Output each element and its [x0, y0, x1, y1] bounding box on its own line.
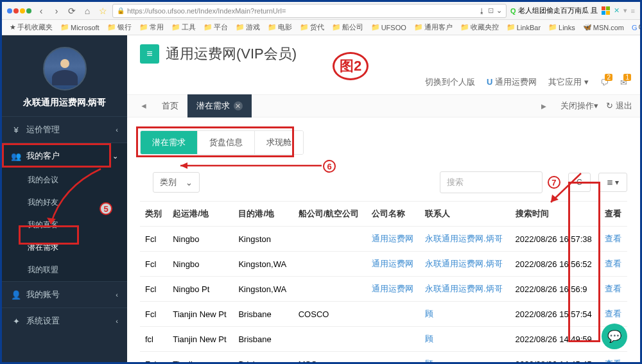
close-tab-icon[interactable]: ✕ [234, 101, 243, 110]
view-link[interactable]: 查看 [605, 309, 621, 318]
forward-button[interactable]: › [51, 5, 62, 17]
bookmark-item[interactable]: ★ 手机收藏夹 [7, 21, 55, 33]
menu-icon[interactable]: ≡ [631, 7, 635, 15]
inner-tab-cargo[interactable]: 货盘信息 [197, 131, 254, 154]
category-select[interactable]: 类别 ⌄ [153, 172, 200, 193]
contact-link[interactable]: 永联通用运费网.炳哥 [425, 284, 503, 293]
notification-1[interactable]: 🗩2 [600, 78, 609, 87]
switch-personal-link[interactable]: 切换到个人版 [425, 76, 475, 88]
company-link[interactable]: 通用运费网 [372, 234, 413, 243]
bookmark-item[interactable]: 📁 电影 [265, 21, 295, 33]
th-time[interactable]: 搜索时间 [510, 202, 600, 227]
view-link[interactable]: 查看 [605, 259, 621, 268]
other-apps-link[interactable]: 其它应用 ▾ [548, 76, 589, 88]
browser-search[interactable]: Q 老人组团偷走百万南瓜 且 [510, 6, 598, 15]
dropdown-icon[interactable]: ⌄ [496, 6, 502, 15]
th-company[interactable]: 公司名称 [367, 202, 420, 227]
cell-contact: 顾 [420, 352, 510, 363]
bookmark-item[interactable]: 📁 通用客户 [412, 21, 455, 33]
content-panel: 潜在需求 货盘信息 求现舱 6 类别 ⌄ 搜索 7 C ≣ [127, 117, 640, 362]
home-button[interactable]: ⌂ [82, 5, 93, 17]
refresh-button[interactable]: C [568, 173, 591, 192]
th-dest[interactable]: 目的港/地 [233, 202, 293, 227]
sidebar-item-account[interactable]: 👤 我的账号 ‹ [2, 282, 127, 308]
cell-origin: Ningbo Pt [168, 277, 233, 302]
bookmark-item[interactable]: 📁 Microsoft [58, 22, 102, 33]
contact-link[interactable]: 永联通用运费网.炳哥 [425, 234, 503, 243]
bookmark-item[interactable]: 🦋 MSN.com [580, 22, 627, 33]
sidebar-item-pricing[interactable]: ¥ 运价管理 ‹ [2, 117, 127, 143]
table-row: FclNingbo PtKingston,WA通用运费网永联通用运费网.炳哥20… [140, 277, 627, 302]
th-view[interactable]: 查看 [600, 202, 627, 227]
reload-button[interactable]: ⟳ [66, 5, 78, 17]
list-view-button[interactable]: ≣ ▾ [598, 173, 627, 192]
submenu-potential[interactable]: 潜在需求 [2, 236, 127, 259]
th-category[interactable]: 类别 [140, 202, 168, 227]
tabs-prev[interactable]: ◄ [135, 101, 153, 110]
bookmark-item[interactable]: 📁 银行 [105, 21, 134, 33]
table-row: FclNingboKingston,WA通用运费网永联通用运费网.炳哥2022/… [140, 252, 627, 277]
x-icon[interactable]: ✕ [614, 6, 620, 15]
view-link[interactable]: 查看 [605, 234, 621, 243]
cell-dest: Brisbane [233, 302, 293, 327]
company-link[interactable]: 通用运费网 [372, 259, 413, 268]
expand-icon[interactable]: ⭳ [478, 7, 485, 15]
bookmark-item[interactable]: G Google 翻 [629, 21, 640, 33]
th-carrier[interactable]: 船公司/航空公司 [293, 202, 367, 227]
tab-potential[interactable]: 潜在需求 ✕ [187, 94, 252, 117]
camera-icon[interactable]: ⊡ [488, 6, 494, 15]
sidebar-item-label: 系统设置 [26, 315, 60, 327]
view-link[interactable]: 查看 [605, 359, 621, 362]
cell-dest: Brisbane [233, 352, 293, 363]
bookmark-item[interactable]: 📁 LinkBar [504, 22, 543, 33]
hamburger-button[interactable]: ≡ [140, 44, 159, 64]
star-button[interactable]: ☆ [97, 5, 108, 17]
close-ops-dropdown[interactable]: 关闭操作▾ [560, 100, 598, 112]
contact-link[interactable]: 顾 [425, 309, 433, 318]
tabs-next[interactable]: ► [535, 101, 553, 111]
search-input[interactable]: 搜索 [440, 171, 542, 193]
bookmark-item[interactable]: 📁 常用 [137, 21, 166, 33]
notification-2[interactable]: ✉1 [620, 78, 627, 87]
microsoft-icon[interactable] [602, 6, 610, 15]
th-contact[interactable]: 联系人 [420, 202, 510, 227]
chat-fab[interactable]: 💬 [602, 324, 627, 349]
bookmark-item[interactable]: 📁 UFSOO [369, 22, 409, 33]
logout-button[interactable]: ↻ 退出 [606, 100, 632, 112]
yen-icon: ¥ [11, 125, 21, 135]
bookmark-item[interactable]: 📁 船公司 [329, 21, 366, 33]
down-arrow-icon[interactable]: ▾ [623, 6, 627, 15]
cell-dest: Kingston [233, 227, 293, 252]
cell-time: 2022/08/26 14:45:45 [510, 352, 600, 363]
cell-category: fcl [140, 327, 168, 352]
tab-home[interactable]: 首页 [153, 94, 187, 117]
bookmark-item[interactable]: 📁 收藏央控 [458, 21, 501, 33]
cell-category: Fcl [140, 302, 168, 327]
contact-link[interactable]: 顾 [425, 334, 433, 343]
bookmark-item[interactable]: 📁 工具 [169, 21, 198, 33]
contact-link[interactable]: 永联通用运费网.炳哥 [425, 259, 503, 268]
th-origin[interactable]: 起运港/地 [168, 202, 233, 227]
submenu-alliance[interactable]: 我的联盟 [2, 259, 127, 281]
sidebar-item-customers[interactable]: 👥 我的客户 ⌄ [2, 143, 127, 169]
ufsoo-link[interactable]: U通用运费网 [487, 76, 537, 88]
bookmark-item[interactable]: 📁 Links [546, 22, 578, 33]
contact-link[interactable]: 顾 [425, 359, 433, 362]
wrench-icon: ✦ [11, 316, 21, 326]
inner-tab-space[interactable]: 求现舱 [254, 131, 303, 154]
submenu-meetings[interactable]: 我的会议 [2, 169, 127, 191]
bookmark-item[interactable]: 📁 游戏 [233, 21, 263, 33]
cell-time: 2022/08/26 16:57:38 [510, 227, 600, 252]
submenu-direct[interactable]: 我的直客 [2, 214, 127, 236]
bookmark-item[interactable]: 📁 货代 [297, 21, 327, 33]
bookmark-item[interactable]: 📁 平台 [201, 21, 230, 33]
avatar[interactable] [43, 47, 87, 91]
table-row: FclTianjin New PtBrisbaneCOSCO顾2022/08/2… [140, 302, 627, 327]
inner-tab-potential[interactable]: 潜在需求 [141, 131, 197, 154]
back-button[interactable]: ‹ [35, 5, 47, 17]
view-link[interactable]: 查看 [605, 284, 621, 293]
sidebar-item-settings[interactable]: ✦ 系统设置 ‹ [2, 308, 127, 334]
company-link[interactable]: 通用运费网 [372, 284, 413, 293]
cell-time: 2022/08/26 16:56:9 [510, 277, 600, 302]
url-input[interactable]: 🔒 https://ufsoo.ufsoo.net/Index/IndexMai… [112, 4, 507, 18]
